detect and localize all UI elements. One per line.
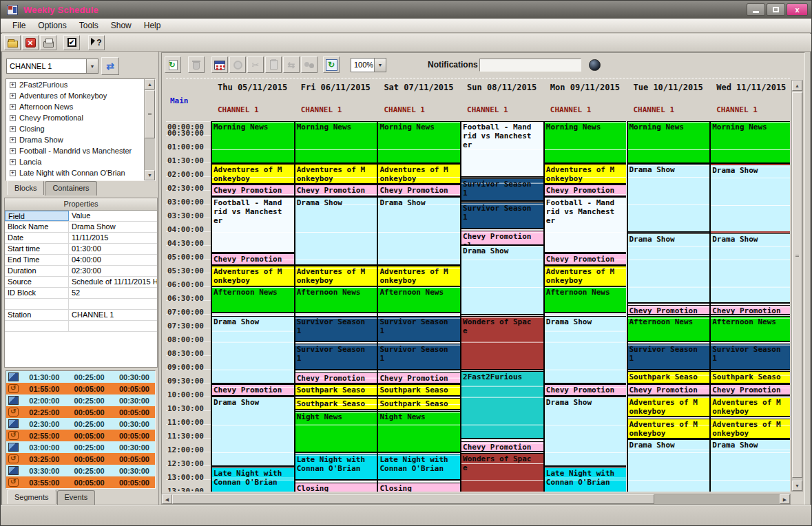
day-channel-label[interactable]: CHANNEL 1 [550,105,592,114]
schedule-block[interactable]: Morning News [378,121,460,164]
menu-item-options[interactable]: Options [32,19,72,32]
segment-row[interactable]: 02:00:0000:25:0000:30:00 [6,394,155,406]
schedule-block[interactable]: Survivor Season 1 [295,316,377,341]
menu-item-show[interactable]: Show [105,19,138,32]
schedule-block[interactable]: Chevy Promotional [212,185,294,197]
tree-item[interactable]: +Closing [6,123,155,134]
schedule-block[interactable]: Late Night with Connan O'Brian [212,467,294,492]
schedule-block[interactable]: Chevy Promotional [545,384,627,397]
schedule-block[interactable]: Adventures of Monkeyboy [212,164,294,185]
tree-expander-icon[interactable]: + [10,104,16,110]
schedule-block[interactable]: Chevy Promotional [295,185,377,197]
chevron-down-icon[interactable]: ▼ [374,59,386,72]
tree-item[interactable]: +Afternoon News [6,101,155,112]
schedule-block[interactable]: Morning News [711,121,790,164]
tab-containers[interactable]: Containers [45,181,96,196]
schedule-block[interactable]: Adventures of Monkeyboy [628,419,710,439]
tree-expander-icon[interactable]: + [10,170,16,176]
schedule-block[interactable]: Night News [378,411,460,453]
tree-expander-icon[interactable]: + [10,82,16,88]
vertical-scrollbar[interactable]: ▲ ▼ [791,80,803,492]
zoom-select[interactable]: 100%▼ [351,58,386,72]
schedule-block[interactable]: Adventures of Monkeyboy [295,266,377,287]
tree-item[interactable]: +2Fast2Furious [6,79,155,90]
segment-row[interactable]: 03:00:0000:25:0000:30:00 [6,441,155,453]
menu-item-help[interactable]: Help [138,19,167,32]
tree-item[interactable]: +Drama Show [6,134,155,145]
tree-expander-icon[interactable]: + [10,93,16,99]
schedule-block[interactable]: Adventures of Monkeyboy [628,397,710,417]
refresh-button[interactable] [165,56,181,73]
schedule-block[interactable]: Adventures of Monkeyboy [545,164,627,185]
schedule-block[interactable]: Drama Show [711,233,790,304]
tree-item[interactable]: +Football - Mandrid vs Manchester [6,145,155,156]
segment-row[interactable]: 02:55:0000:05:0000:05:00 [6,430,155,441]
schedule-block[interactable]: Southpark Season [711,371,790,384]
schedule-block[interactable]: Wonders of Space [461,453,543,492]
tree-item[interactable]: +Chevy Promotional [6,112,155,123]
schedule-block[interactable]: Survivor Season 1 [378,316,460,341]
segment-row[interactable]: 03:25:0000:05:0000:05:00 [6,453,155,465]
schedule-block[interactable]: Drama Show [295,197,377,266]
schedule-block[interactable]: Drama Show [545,316,627,384]
schedule-block[interactable]: Adventures of Monkeyboy [545,266,627,287]
schedule-block[interactable]: Late Night with Connan O'Brian [295,454,377,481]
delete-red-button[interactable]: ✕ [22,35,39,50]
menu-item-file[interactable]: File [6,19,32,32]
notifications-input[interactable] [479,59,581,72]
check-box-button[interactable]: ✔ [63,35,80,50]
schedule-block[interactable]: Morning News [545,121,627,164]
schedule-block[interactable]: Adventures of Monkeyboy [295,164,377,185]
schedule-block[interactable]: Survivor Season 1 [295,344,377,370]
schedule-block[interactable]: Football - Mandrid vs Manchester [545,197,627,253]
schedule-block[interactable]: Night News [295,411,377,453]
tree-item[interactable]: +Late Night with Connan O'Brian [6,167,155,178]
schedule-block[interactable]: Drama Show [711,164,790,233]
printer-button[interactable] [40,35,56,50]
schedule-block[interactable]: Chevy Promotional [545,253,627,266]
open-folder-button[interactable] [4,35,21,50]
schedule-block[interactable]: Afternoon News [212,286,294,313]
schedule-block[interactable]: Morning News [212,121,294,164]
tree-scroll-thumb[interactable] [145,90,155,138]
tab-events[interactable]: Events [57,490,96,505]
schedule-block[interactable]: Closing [378,483,460,492]
scroll-right-icon[interactable]: ▶ [780,494,790,504]
schedule-block[interactable]: 2Fast2Furious [461,371,543,439]
schedule-block[interactable]: Chevy Promotional [461,231,543,246]
schedule-block[interactable]: Survivor Season 1 [461,178,543,201]
schedule-block[interactable]: Drama Show [628,439,710,492]
schedule-block[interactable]: Drama Show [545,397,627,467]
segment-row[interactable]: 01:30:0000:25:0000:30:00 [6,371,155,383]
scroll-up-icon[interactable]: ▲ [792,81,802,91]
schedule-block[interactable]: Chevy Promotional [212,384,294,397]
tree-item[interactable]: +Lancia [6,156,155,167]
schedule-block[interactable]: Late Night with Connan O'Brian [545,467,627,492]
tree-scrollbar[interactable]: ▲▼ [144,79,155,180]
day-channel-label[interactable]: CHANNEL 1 [467,105,508,114]
segment-row[interactable]: 01:55:0000:05:0000:05:00 [6,383,155,394]
schedule-block[interactable]: Afternoon News [628,316,710,341]
schedule-block[interactable]: Adventures of Monkeyboy [711,419,790,439]
segment-row[interactable]: 03:55:0000:05:0000:05:00 [6,476,155,488]
main-tab-label[interactable]: Main [170,96,189,105]
day-channel-label[interactable]: CHANNEL 1 [301,105,342,114]
schedule-block[interactable]: Drama Show [212,316,294,384]
schedule-block[interactable]: Chevy Promotional [212,253,294,266]
scroll-up-icon[interactable]: ▲ [145,79,155,90]
day-channel-label[interactable]: CHANNEL 1 [634,105,675,114]
refresh-alt-button[interactable]: ↻ [323,56,340,73]
schedule-block[interactable]: Southpark Season [295,384,377,397]
horizontal-scroll-thumb[interactable] [172,494,654,504]
schedule-block[interactable]: Afternoon News [711,316,790,341]
schedule-block[interactable]: Adventures of Monkeyboy [378,164,460,185]
horizontal-scrollbar[interactable]: ◀ ▶ [161,494,791,505]
segment-row[interactable]: 02:25:0000:05:0000:05:00 [6,406,155,418]
day-channel-label[interactable]: CHANNEL 1 [218,105,259,114]
segment-row[interactable]: 03:30:0000:25:0000:30:00 [6,465,155,476]
schedule-block[interactable]: Drama Show [711,439,790,492]
chevron-down-icon[interactable]: ▼ [86,59,98,73]
vertical-scroll-thumb[interactable] [792,92,802,478]
day-channel-label[interactable]: CHANNEL 1 [384,105,425,114]
schedule-block[interactable]: Survivor Season 1 [628,344,710,370]
